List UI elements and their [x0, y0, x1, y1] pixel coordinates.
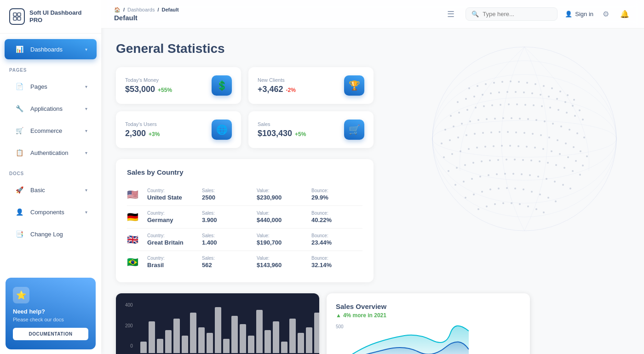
breadcrumb-dashboards[interactable]: Dashboards — [127, 7, 155, 12]
svg-point-26 — [482, 94, 483, 96]
sidebar-item-dashboards[interactable]: 📊 Dashboards ▾ — [5, 39, 97, 59]
sidebar-item-authentication[interactable]: 📋 Authentication ▾ — [5, 143, 97, 163]
svg-point-32 — [531, 92, 533, 94]
stat-info: Today's Users 2,300 +3% — [125, 121, 160, 138]
search-input[interactable] — [483, 11, 547, 17]
sales-col: Sales: 1.400 — [202, 233, 253, 246]
hamburger-button[interactable]: ☰ — [443, 7, 458, 21]
stat-info: New Clients +3,462 -2% — [258, 77, 296, 94]
sidebar-item-label: Components — [30, 209, 80, 216]
svg-point-8 — [432, 61, 616, 217]
col-label: Value: — [257, 233, 308, 238]
bounce-col: Bounce: 29.9% — [311, 188, 362, 201]
documentation-button[interactable]: DOCUMENTATION — [13, 328, 88, 340]
value-col: Value: $230,900 — [257, 188, 308, 201]
sidebar-item-components[interactable]: 👤 Components ▾ — [5, 202, 97, 222]
col-value: Brasil — [147, 262, 198, 268]
svg-point-69 — [552, 123, 554, 125]
svg-point-72 — [576, 132, 578, 134]
svg-point-107 — [559, 153, 561, 155]
svg-point-18 — [543, 85, 545, 87]
bar — [289, 319, 296, 353]
stat-info: Sales $103,430 +5% — [258, 121, 306, 138]
sidebar-item-applications[interactable]: 🔧 Applications ▾ — [5, 98, 97, 119]
svg-point-112 — [456, 167, 458, 169]
stat-value: +3,462 — [258, 85, 283, 94]
bar — [256, 310, 263, 353]
sales-col: Sales: 562 — [202, 256, 253, 268]
col-value: 29.9% — [311, 194, 362, 201]
settings-button[interactable]: ⚙ — [601, 8, 611, 20]
y-label: 200 — [125, 323, 133, 328]
docs-section-label: DOCS — [0, 164, 101, 179]
arrow-up-icon: ▲ — [336, 312, 341, 319]
bounce-col: Bounce: 32.14% — [311, 256, 362, 268]
svg-point-144 — [473, 194, 475, 195]
sidebar-item-changelog[interactable]: 📑 Change Log — [5, 224, 97, 244]
svg-point-143 — [465, 197, 466, 199]
svg-point-77 — [466, 134, 467, 136]
bar — [140, 342, 147, 353]
svg-point-70 — [560, 126, 562, 127]
bar — [173, 319, 180, 353]
col-value: 1.400 — [202, 239, 253, 246]
col-label: Value: — [257, 211, 308, 216]
stat-value-row: $53,000 +55% — [125, 85, 172, 94]
bar — [223, 339, 230, 353]
svg-point-161 — [527, 206, 529, 207]
y-label: 400 — [125, 303, 133, 308]
stat-value: 2,300 — [125, 129, 146, 138]
svg-point-37 — [572, 105, 574, 107]
svg-point-145 — [481, 191, 483, 193]
nav-actions: 👤 Sign in ⚙ 🔔 — [565, 8, 631, 20]
svg-point-127 — [579, 174, 581, 176]
svg-point-123 — [547, 162, 549, 164]
stat-icon-clients: 🏆 — [344, 75, 364, 96]
sales-overview-sub-text: 4% more in 2021 — [343, 312, 386, 319]
svg-point-102 — [518, 145, 519, 147]
basic-icon: 🚀 — [14, 184, 25, 195]
svg-point-152 — [539, 194, 541, 195]
bar — [198, 327, 205, 353]
signin-button[interactable]: 👤 Sign in — [565, 11, 593, 17]
chevron-down-icon: ▾ — [85, 106, 87, 111]
svg-point-67 — [535, 119, 537, 121]
y-label: 0 — [125, 343, 133, 348]
col-label: Value: — [257, 256, 308, 261]
svg-point-73 — [583, 137, 585, 138]
col-value: 562 — [202, 262, 253, 268]
svg-point-86 — [540, 134, 542, 136]
sidebar-item-label: Basic — [30, 187, 80, 194]
svg-point-140 — [554, 181, 556, 183]
stat-value-row: +3,462 -2% — [258, 85, 296, 94]
svg-point-13 — [501, 81, 503, 83]
bounce-col: Bounce: 23.44% — [311, 233, 362, 246]
svg-point-158 — [502, 202, 504, 204]
svg-point-109 — [575, 160, 577, 162]
sidebar-item-pages[interactable]: 📄 Pages ▾ — [5, 76, 97, 97]
svg-point-125 — [564, 167, 565, 169]
svg-point-137 — [529, 174, 531, 176]
svg-point-94 — [451, 153, 453, 155]
sidebar-item-basic[interactable]: 🚀 Basic ▾ — [5, 180, 97, 200]
bar — [215, 307, 221, 353]
brand-name: Soft UI Dashboard PRO — [29, 9, 92, 23]
sidebar-item-label: Applications — [30, 105, 80, 112]
svg-point-147 — [498, 188, 500, 189]
bar — [165, 330, 172, 353]
col-label: Bounce: — [311, 233, 362, 238]
svg-rect-0 — [13, 13, 17, 16]
col-value: Great Britain — [147, 239, 198, 246]
sidebar-item-label: Ecommerce — [30, 127, 80, 134]
svg-point-62 — [494, 118, 496, 120]
svg-point-95 — [460, 150, 461, 152]
sidebar-item-label: Change Log — [30, 231, 87, 238]
changelog-icon: 📑 — [14, 228, 25, 240]
dashboards-icon: 📊 — [14, 44, 25, 55]
svg-point-99 — [493, 145, 494, 147]
stat-change: +55% — [158, 87, 172, 93]
notifications-button[interactable]: 🔔 — [618, 8, 631, 20]
svg-point-131 — [479, 176, 481, 177]
bar — [281, 342, 288, 353]
sidebar-item-ecommerce[interactable]: 🛒 Ecommerce ▾ — [5, 120, 97, 141]
